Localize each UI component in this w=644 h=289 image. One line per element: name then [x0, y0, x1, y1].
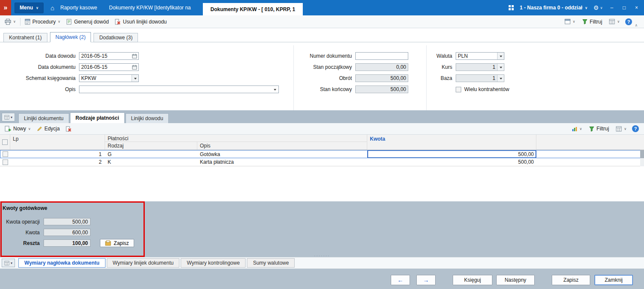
apps-grid-icon[interactable] — [509, 5, 514, 10]
chevron-down-icon: ∨ — [36, 6, 38, 10]
chevron-down-icon[interactable] — [497, 64, 504, 71]
edycja-button[interactable]: Edycja — [34, 124, 63, 133]
zamknij-button[interactable]: Zamknij — [594, 275, 633, 285]
tab-linijki-dokumentu[interactable]: Linijki dokumentu — [18, 113, 69, 123]
data-dowodu-input[interactable]: 2016-05-15 — [79, 52, 139, 60]
baza-select[interactable]: 1 — [456, 74, 504, 82]
tab-wymiary-linijek[interactable]: Wymiary linijek dokumentu — [107, 258, 180, 268]
header-checkbox-cell — [0, 135, 10, 150]
app-logo-icon: » — [0, 0, 11, 15]
usun-linijki-dowodu-button[interactable]: Usuń linijki dowodu — [112, 17, 170, 27]
tab-wymiary-kontrolingowe[interactable]: Wymiary kontrolingowe — [181, 258, 246, 268]
chevron-down-icon: ∨ — [600, 6, 603, 10]
company-selector[interactable]: 1 - Nasza firma 0 - oddział ∨ — [520, 5, 588, 11]
generuj-dowod-label: Generuj dowód — [74, 19, 108, 25]
procedury-button[interactable]: Procedury ∨ — [22, 17, 64, 27]
form-column-right: Waluta PLN Kurs 1 Baza 1 — [421, 52, 509, 97]
close-button[interactable]: × — [633, 5, 640, 11]
form-icon — [25, 19, 30, 25]
delete-row-icon — [66, 126, 72, 132]
tab-linijki-dowodu[interactable]: Linijki dowodu — [126, 113, 169, 123]
dropdown-more-icon: ▾ — [11, 115, 12, 119]
data-dokumentu-value: 2016-05-15 — [81, 64, 132, 70]
chevron-down-icon[interactable] — [497, 75, 504, 82]
zapisz-button[interactable]: Zapisz — [552, 275, 590, 285]
columns-button[interactable]: ∨ — [606, 17, 623, 26]
window-tab-raporty-kasowe[interactable]: Raporty kasowe — [54, 0, 103, 15]
window-icon — [565, 19, 571, 24]
tab-naglowek[interactable]: Nagłówek (2) — [50, 32, 91, 42]
payments-table: Lp Płatności Rodzaj Opis Kwota 1 G Gotów… — [0, 135, 644, 201]
view-settings-button[interactable]: ∨ — [562, 17, 578, 26]
cell-opis: Karta płatnicza — [197, 159, 367, 165]
tab-rodzaje-platnosci[interactable]: Rodzaje płatności — [70, 112, 125, 123]
chevron-down-icon: ∨ — [13, 20, 16, 24]
stan-koncowy-value: 500,00 — [357, 86, 408, 92]
tab-dodatkowe[interactable]: Dodatkowe (3) — [94, 33, 138, 42]
calendar-icon[interactable] — [132, 53, 137, 59]
column-header-platnosci[interactable]: Płatności — [105, 135, 367, 142]
nowy-button[interactable]: Nowy ∨ — [2, 124, 34, 133]
chart-button[interactable]: ∨ — [569, 124, 585, 133]
ksieguj-button[interactable]: Księguj — [453, 275, 492, 285]
column-header-kwota[interactable]: Kwota — [367, 135, 536, 150]
tab-kontrahent[interactable]: Kontrahent (1) — [3, 33, 47, 42]
filtruj-button[interactable]: Filtruj — [579, 17, 605, 27]
tab-sumy-walutowe[interactable]: Sumy walutowe — [247, 258, 295, 268]
columns-grid-icon — [609, 19, 615, 24]
grid-toolbar-right: ∨ Filtruj ∨ ? — [569, 124, 642, 133]
pencil-icon — [37, 126, 42, 132]
column-header-opis[interactable]: Opis — [197, 142, 367, 150]
bottom-layout-button[interactable]: ▾ — [2, 259, 15, 267]
column-header-rodzaj[interactable]: Rodzaj — [105, 142, 197, 150]
grid-filtruj-button[interactable]: Filtruj — [586, 124, 612, 133]
schemat-select[interactable]: KPKW — [79, 74, 139, 82]
scrollbar-thumb[interactable] — [640, 150, 644, 158]
kurs-select[interactable]: 1 — [456, 63, 504, 71]
stan-koncowy-label: Stan końcowy — [295, 86, 355, 92]
home-icon[interactable]: ⌂ — [50, 4, 54, 12]
menu-button[interactable]: Menu ∨ — [15, 3, 44, 13]
chevron-down-icon[interactable] — [132, 75, 138, 82]
window-tab-active-dokument[interactable]: Dokumenty KP/KW - [ 010, KPRP, 1 — [203, 3, 303, 15]
vertical-scrollbar[interactable] — [640, 150, 644, 166]
baza-value: 1 — [458, 75, 497, 81]
kwota-field[interactable]: 600,00 — [44, 229, 91, 236]
previous-record-button[interactable]: ← — [391, 275, 410, 285]
cash-zapisz-button[interactable]: Zapisz — [100, 239, 134, 247]
kwota-operacji-field: 500,00 — [44, 218, 91, 225]
usun-wiersz-button[interactable] — [63, 124, 75, 133]
numer-dokumentu-input[interactable] — [355, 52, 408, 60]
wielu-kontrahentow-checkbox[interactable] — [456, 87, 461, 92]
form-row-obrot: Obrót 500,00 — [295, 74, 408, 82]
grid-columns-button[interactable]: ∨ — [613, 124, 629, 133]
data-dokumentu-input[interactable]: 2016-05-15 — [79, 63, 139, 71]
tab-wymiary-naglowka[interactable]: Wymiary nagłówka dokumentu — [18, 258, 105, 268]
maximize-button[interactable]: □ — [621, 5, 627, 11]
generuj-dowod-button[interactable]: Generuj dowód — [63, 17, 111, 27]
collapse-toolbar-icon[interactable]: ∧ — [635, 23, 638, 27]
grid-help-icon[interactable]: ? — [632, 125, 639, 132]
printer-icon — [5, 19, 11, 25]
table-row[interactable]: 1 G Gotówka 500,00 — [0, 150, 644, 158]
waluta-select[interactable]: PLN — [456, 52, 504, 60]
print-button[interactable]: ∨ — [2, 17, 19, 27]
next-record-button[interactable]: → — [416, 275, 436, 285]
cell-kwota-focused[interactable]: 500,00 — [367, 150, 536, 158]
window-tab-dokumenty-kpkw[interactable]: Dokumenty KP/KW [Identyfikator na — [103, 0, 196, 15]
nastepny-button[interactable]: Następny — [496, 275, 535, 285]
grid-layout-button[interactable]: ▾ — [2, 113, 15, 121]
waluta-value: PLN — [458, 53, 497, 59]
minimize-button[interactable]: – — [609, 5, 615, 11]
select-all-checkbox[interactable] — [2, 139, 8, 145]
chevron-down-icon[interactable] — [497, 53, 504, 59]
row-checkbox[interactable] — [3, 159, 8, 165]
table-row[interactable]: 2 K Karta płatnicza 500,00 — [0, 158, 644, 166]
opis-combobox[interactable] — [79, 86, 279, 93]
chevron-down-icon[interactable] — [272, 86, 278, 93]
row-checkbox[interactable] — [3, 151, 8, 157]
help-icon[interactable]: ? — [625, 18, 632, 25]
calendar-icon[interactable] — [132, 65, 137, 70]
column-header-lp[interactable]: Lp — [10, 135, 105, 150]
settings-gear-button[interactable]: ⚙ ∨ — [594, 4, 603, 11]
